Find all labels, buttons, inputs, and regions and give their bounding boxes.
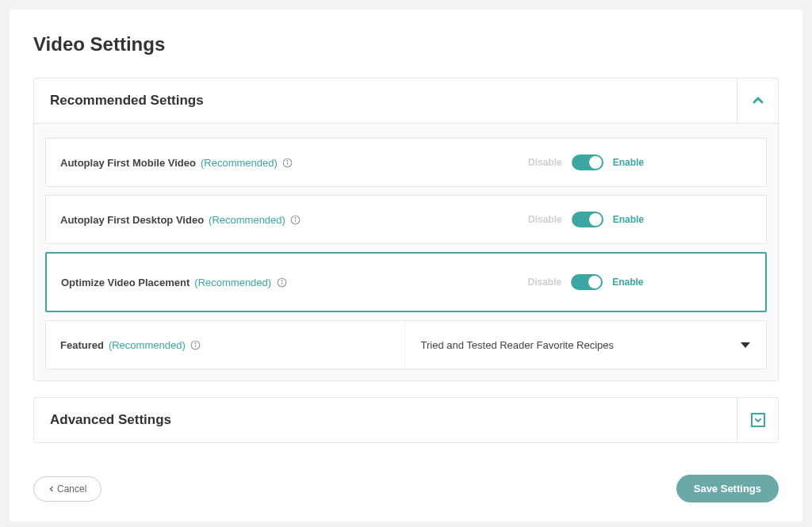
recommended-panel-header: Recommended Settings bbox=[34, 78, 778, 124]
setting-row-autoplay-mobile: Autoplay First Mobile Video (Recommended… bbox=[45, 138, 767, 187]
toggle-group: Disable Enable bbox=[406, 254, 765, 311]
setting-row-featured: Featured (Recommended) Tried and Tested … bbox=[45, 320, 767, 369]
cancel-button[interactable]: Cancel bbox=[33, 476, 102, 502]
actions-bar: Cancel Save Settings bbox=[33, 475, 779, 502]
setting-label: Featured bbox=[60, 339, 104, 351]
setting-label: Autoplay First Mobile Video bbox=[60, 157, 196, 169]
chevron-left-icon bbox=[48, 486, 55, 492]
svg-point-11 bbox=[195, 342, 196, 343]
info-icon[interactable] bbox=[282, 157, 293, 168]
enable-label: Enable bbox=[612, 277, 643, 288]
settings-container: Video Settings Recommended Settings Auto… bbox=[10, 10, 802, 521]
setting-label: Autoplay First Desktop Video bbox=[60, 214, 204, 226]
svg-point-2 bbox=[287, 160, 288, 161]
chevron-up-icon bbox=[752, 94, 764, 107]
setting-row-optimize-placement: Optimize Video Placement (Recommended) D… bbox=[45, 252, 767, 312]
chevron-down-box-icon bbox=[751, 413, 765, 427]
recommended-collapse-toggle[interactable] bbox=[737, 78, 778, 123]
disable-label: Disable bbox=[528, 214, 562, 225]
page-title: Video Settings bbox=[33, 33, 779, 55]
toggle-switch-optimize-placement[interactable] bbox=[571, 274, 603, 290]
toggle-knob bbox=[589, 156, 602, 169]
save-label: Save Settings bbox=[694, 483, 761, 495]
info-icon[interactable] bbox=[190, 339, 201, 350]
info-icon[interactable] bbox=[290, 214, 301, 225]
setting-label-group: Optimize Video Placement (Recommended) bbox=[47, 254, 406, 311]
toggle-switch-autoplay-mobile[interactable] bbox=[572, 155, 603, 170]
cancel-label: Cancel bbox=[57, 483, 86, 495]
setting-label-group: Autoplay First Desktop Video (Recommende… bbox=[46, 196, 406, 243]
toggle-group: Disable Enable bbox=[406, 196, 766, 243]
toggle-knob bbox=[589, 213, 602, 226]
recommended-tag: (Recommended) bbox=[194, 277, 271, 288]
disable-label: Disable bbox=[527, 277, 561, 288]
save-settings-button[interactable]: Save Settings bbox=[676, 475, 779, 502]
recommended-panel-body: Autoplay First Mobile Video (Recommended… bbox=[34, 124, 778, 380]
featured-dropdown[interactable]: Tried and Tested Reader Favorite Recipes bbox=[404, 321, 767, 369]
recommended-tag: (Recommended) bbox=[209, 214, 285, 226]
enable-label: Enable bbox=[613, 157, 644, 168]
recommended-tag: (Recommended) bbox=[109, 339, 186, 351]
setting-label: Optimize Video Placement bbox=[61, 277, 190, 288]
disable-label: Disable bbox=[528, 157, 562, 168]
toggle-group: Disable Enable bbox=[406, 139, 766, 186]
svg-point-8 bbox=[282, 280, 282, 281]
setting-row-autoplay-desktop: Autoplay First Desktop Video (Recommende… bbox=[45, 195, 767, 244]
advanced-panel-title: Advanced Settings bbox=[34, 398, 187, 442]
recommended-settings-panel: Recommended Settings Autoplay First Mobi… bbox=[33, 78, 779, 381]
toggle-switch-autoplay-desktop[interactable] bbox=[572, 212, 603, 227]
info-icon[interactable] bbox=[276, 277, 287, 288]
setting-label-group: Autoplay First Mobile Video (Recommended… bbox=[46, 139, 406, 186]
advanced-expand-toggle[interactable] bbox=[737, 398, 778, 442]
recommended-tag: (Recommended) bbox=[201, 157, 278, 169]
recommended-panel-title: Recommended Settings bbox=[34, 78, 220, 123]
dropdown-caret-icon bbox=[741, 342, 750, 348]
svg-point-5 bbox=[295, 217, 296, 218]
toggle-knob bbox=[588, 276, 601, 288]
setting-label-group: Featured (Recommended) bbox=[46, 321, 404, 369]
featured-selected-value: Tried and Tested Reader Favorite Recipes bbox=[421, 339, 615, 351]
advanced-settings-panel: Advanced Settings bbox=[33, 397, 779, 443]
enable-label: Enable bbox=[613, 214, 644, 225]
